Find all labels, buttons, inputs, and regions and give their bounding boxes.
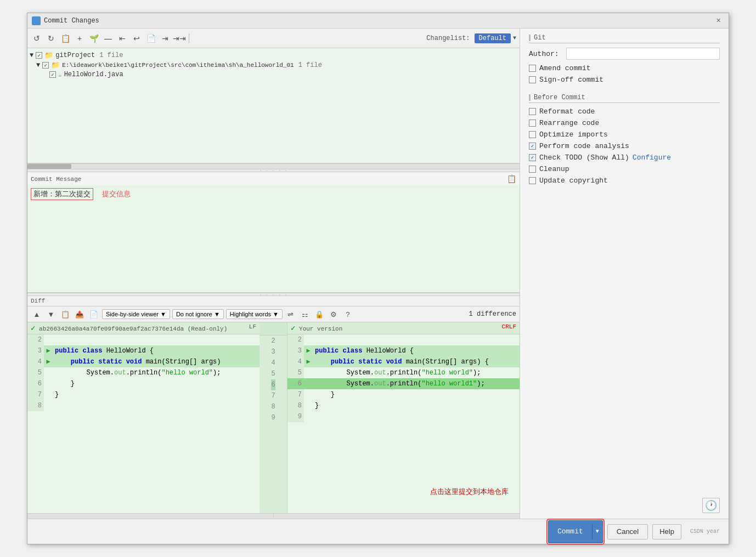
before-commit-section: Before Commit Reformat code Rearrange co… (529, 94, 720, 188)
cleanup-label: Cleanup (539, 165, 569, 173)
rearrange-code-checkbox[interactable] (529, 120, 536, 127)
checkbox-path[interactable]: ✓ (42, 62, 49, 69)
diff-new-btn[interactable]: 📄 (88, 308, 100, 320)
arrow-l3: ▶ (44, 345, 53, 356)
code-line-l8: 8 (27, 400, 259, 411)
perform-analysis-row[interactable]: ✓ Perform code analysis (529, 142, 720, 150)
settings-btn[interactable]: ⚙ (328, 308, 340, 320)
commit-message-area[interactable]: 新增：第二次提交 提交信息 (27, 185, 520, 292)
branch-btn[interactable]: 🌱 (88, 32, 100, 44)
move-all-btn[interactable]: ⇥⇥ (173, 32, 185, 44)
title-bar-left: Commit Changes (32, 16, 99, 25)
clock-icon[interactable]: 🕐 (702, 498, 720, 513)
perform-analysis-checkbox[interactable]: ✓ (529, 143, 536, 150)
left-panel: ↺ ↻ 📋 + 🌱 — ⇤ ↩ 📄 ⇥ ⇥⇥ Changelist: Defau… (27, 29, 520, 519)
before-commit-title: Before Commit (529, 94, 720, 103)
signoff-commit-label: Sign-off commit (539, 76, 603, 84)
line-num-r7: 7 (287, 389, 304, 400)
cancel-button[interactable]: Cancel (607, 524, 648, 539)
help-diff-btn[interactable]: ? (342, 308, 354, 320)
signoff-commit-row[interactable]: Sign-off commit (529, 76, 720, 84)
optimize-imports-row[interactable]: Optimize imports (529, 130, 720, 139)
rearrange-code-row[interactable]: Rearrange code (529, 119, 720, 127)
highlight-btn[interactable]: Highlight words ▼ (226, 309, 283, 319)
commit-message-text: 新增：第二次提交 (33, 190, 91, 198)
line-num-l3: 3 (27, 345, 44, 356)
diff-sep-header (259, 322, 287, 336)
signoff-commit-checkbox[interactable] (529, 76, 536, 83)
commit-dropdown-arrow[interactable]: ▼ (593, 524, 602, 539)
diff-separator: 2 3 4 5 6 7 8 9 (259, 322, 287, 513)
commit-button[interactable]: Commit ▼ (548, 520, 603, 543)
checkbox-helloworld[interactable]: ✓ (49, 71, 56, 78)
diff-next-btn[interactable]: ▼ (45, 308, 57, 320)
close-button[interactable]: × (713, 15, 724, 26)
remove-btn[interactable]: — (102, 32, 114, 44)
ignore-btn[interactable]: Do not ignore ▼ (172, 309, 224, 319)
cleanup-row[interactable]: Cleanup (529, 165, 720, 173)
update-copyright-checkbox[interactable] (529, 177, 536, 184)
diff-right-check: ✓ (291, 324, 295, 333)
author-input[interactable] (566, 48, 720, 60)
diff-right[interactable]: ✓ Your version CRLF (287, 322, 520, 513)
check-todo-row[interactable]: ✓ Check TODO (Show All) Configure (529, 154, 720, 162)
tree-label-gitproject: gitProject (55, 52, 95, 59)
checkbox-gitproject[interactable]: ✓ (36, 52, 42, 59)
diff-export-btn[interactable]: 📤 (74, 308, 86, 320)
line-num-r5: 5 (287, 367, 304, 378)
line-num-r8: 8 (287, 400, 304, 411)
amend-commit-label: Amend commit (539, 64, 591, 72)
title-bar: Commit Changes × (27, 13, 729, 29)
side-by-side-viewer-btn[interactable]: Side-by-side viewer ▼ (102, 309, 170, 319)
line-num-r4: 4 (287, 356, 304, 367)
diff-content: ✓ ab2663426a0a4a70fe09f90ae9af2ac7376e14… (27, 322, 520, 513)
copy-message-icon[interactable]: 📋 (507, 174, 516, 184)
amend-commit-checkbox[interactable] (529, 65, 536, 72)
code-line-l3: 3 ▶ public class HelloWorld { (27, 345, 259, 356)
copy-btn[interactable]: 📋 (59, 32, 71, 44)
diff-copy-btn[interactable]: 📋 (59, 308, 71, 320)
undo-btn[interactable]: ↩ (131, 32, 143, 44)
arrow-r4: ▶ (304, 356, 313, 367)
move-right-btn[interactable]: ⇥ (159, 32, 171, 44)
diff-prev-btn[interactable]: ▲ (31, 308, 43, 320)
align-btn[interactable]: ⇌ (285, 308, 297, 320)
diff-scrollbar[interactable] (27, 513, 520, 519)
diff-scroll-left (27, 514, 274, 519)
right-panel: Git Author: Amend commit Sign-off commit (520, 29, 729, 519)
reformat-code-row[interactable]: Reformat code (529, 107, 720, 116)
commit-message-box[interactable]: 新增：第二次提交 (31, 188, 93, 200)
tree-item-helloworld[interactable]: ✓ ☕ HelloWorld.java (30, 70, 517, 79)
folder-icon-path: 📁 (51, 61, 60, 70)
diff-section: Diff ▲ ▼ 📋 📤 📄 Side-by-side viewer ▼ Do … (27, 296, 520, 519)
optimize-imports-checkbox[interactable] (529, 131, 536, 138)
add-btn[interactable]: + (74, 32, 86, 44)
amend-commit-row[interactable]: Amend commit (529, 64, 720, 72)
changelist-dropdown-arrow[interactable]: ▼ (513, 35, 516, 41)
check-todo-label: Check TODO (Show All) (539, 154, 629, 162)
diff-left-header: ✓ ab2663426a0a4a70fe09f90ae9af2ac7376e14… (27, 322, 259, 334)
check-todo-checkbox[interactable]: ✓ (529, 154, 536, 161)
commit-message-section: Commit Message 📋 新增：第二次提交 提交信息 (27, 172, 520, 293)
update-copyright-row[interactable]: Update copyright (529, 177, 720, 185)
tree-item-path[interactable]: ▼ ✓ 📁 E:\ideawork\beike1\gitProject\src\… (30, 60, 517, 70)
refresh-btn[interactable]: ↻ (45, 32, 57, 44)
sync-btn[interactable]: ⚏ (299, 308, 311, 320)
commit-button-label: Commit (549, 524, 593, 539)
cleanup-checkbox[interactable] (529, 166, 536, 173)
diff-toolbar: ▲ ▼ 📋 📤 📄 Side-by-side viewer ▼ Do not i… (27, 306, 520, 322)
tree-item-gitproject[interactable]: ▼ ✓ 📁 gitProject 1 file (30, 50, 517, 60)
lock-btn[interactable]: 🔒 (313, 308, 325, 320)
ignore-dropdown-icon: ▼ (214, 311, 220, 317)
changelist-label: Changelist: (426, 35, 470, 42)
code-line-l7: 7 } (27, 389, 259, 400)
configure-link[interactable]: Configure (633, 154, 671, 162)
move-left-btn[interactable]: ⇤ (116, 32, 128, 44)
file-btn[interactable]: 📄 (145, 32, 157, 44)
diff-scroll-right (274, 514, 520, 519)
help-button[interactable]: Help (652, 524, 681, 539)
commit-changes-window: Commit Changes × ↺ ↻ 📋 + 🌱 — ⇤ ↩ 📄 ⇥ ⇥⇥ … (27, 13, 729, 544)
navigate-back-btn[interactable]: ↺ (31, 32, 43, 44)
reformat-code-checkbox[interactable] (529, 108, 536, 115)
diff-left[interactable]: ✓ ab2663426a0a4a70fe09f90ae9af2ac7376e14… (27, 322, 259, 513)
